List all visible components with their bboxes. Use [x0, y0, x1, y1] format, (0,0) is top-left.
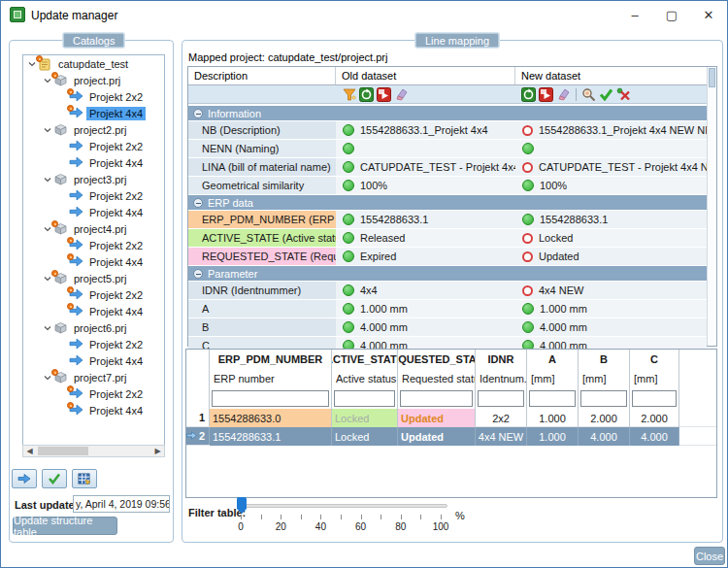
status-green-icon: [343, 303, 354, 315]
column-header[interactable]: C: [630, 350, 679, 369]
tree-item[interactable]: Projekt 2x2: [23, 336, 164, 352]
scroll-left-icon[interactable]: ◀: [23, 447, 36, 455]
minimize-button[interactable]: –: [616, 1, 653, 28]
tree-item[interactable]: Projekt 4x4: [23, 105, 164, 121]
mapping-row[interactable]: LINA (bill of material name)CATUPDATE_TE…: [188, 158, 716, 176]
arrow-icon: [69, 189, 83, 203]
collapse-icon[interactable]: [193, 198, 203, 208]
tree-item[interactable]: Projekt 4x4: [23, 204, 164, 220]
project-icon: [53, 321, 68, 335]
status-red-icon: [522, 125, 533, 136]
accept-icon[interactable]: [599, 87, 613, 102]
tree-item[interactable]: Projekt 2x2: [23, 88, 164, 105]
column-header-new-dataset[interactable]: New dataset: [515, 67, 707, 84]
section-header[interactable]: ERP data: [188, 195, 716, 210]
tree-item[interactable]: Projekt 2x2: [23, 286, 164, 303]
column-filter-input[interactable]: [632, 390, 677, 407]
mapping-row[interactable]: NB (Description)1554288633.1_Projekt 4x4…: [188, 121, 716, 139]
eraser-icon[interactable]: [556, 87, 571, 102]
update-badge-icon: [51, 369, 58, 376]
chevron-down-icon[interactable]: [42, 324, 53, 332]
tree-item[interactable]: Projekt 2x2: [23, 138, 164, 154]
table-edit-icon: [78, 472, 92, 486]
mapping-row[interactable]: ERP_PDM_NUMBER (ERP number)1554288633.11…: [188, 211, 716, 228]
mapping-row[interactable]: ACTIVE_STATE (Active status)ReleasedLock…: [188, 229, 716, 247]
filter-icon[interactable]: [342, 87, 356, 102]
table-cell: 2.000: [630, 409, 679, 427]
new-value-cell: 1.000 mm: [515, 300, 707, 317]
structure-table-button[interactable]: [72, 469, 97, 488]
column-header[interactable]: ERP_PDM_NUMBER: [210, 350, 332, 369]
mapping-vertical-scrollbar[interactable]: [707, 67, 716, 346]
tree-item[interactable]: catupdate_test: [23, 55, 164, 72]
close-button[interactable]: Close: [694, 547, 725, 565]
mapping-row[interactable]: REQUESTED_STATE (Requested s...ExpiredUp…: [188, 248, 716, 265]
column-header-old-dataset[interactable]: Old dataset: [336, 67, 515, 84]
catalog-tree[interactable]: catupdate_testproject.prjProjekt 2x2Proj…: [22, 54, 165, 456]
mapping-row[interactable]: A1.000 mm1.000 mm: [188, 300, 716, 317]
tree-horizontal-scrollbar[interactable]: ◀ ▶: [22, 445, 165, 457]
column-header[interactable]: IDNR: [476, 350, 527, 369]
column-filter-input[interactable]: [478, 390, 524, 407]
chevron-down-icon[interactable]: [42, 176, 53, 184]
column-filter-input[interactable]: [580, 390, 627, 407]
tree-item[interactable]: Projekt 4x4: [23, 402, 164, 418]
table-row[interactable]: 11554288633.0LockedUpdated2x21.0002.0002…: [186, 409, 716, 427]
column-header[interactable]: REQUESTED_STATE: [398, 350, 476, 369]
tree-item[interactable]: Projekt 4x4: [23, 253, 164, 270]
mapping-row[interactable]: B4.000 mm4.000 mm: [188, 318, 716, 336]
map-line-button[interactable]: [12, 469, 37, 488]
new-value-cell: Updated: [515, 248, 707, 265]
column-header[interactable]: B: [579, 350, 630, 369]
filter-slider-track[interactable]: [240, 504, 447, 508]
tree-item[interactable]: project4.prj: [23, 220, 164, 237]
scroll-right-icon[interactable]: ▶: [151, 447, 164, 455]
tree-item[interactable]: project7.prj: [23, 369, 164, 385]
tree-item[interactable]: Projekt 2x2: [23, 237, 164, 253]
column-header[interactable]: ACTIVE_STATE: [332, 350, 398, 369]
column-header[interactable]: A: [527, 350, 579, 369]
scrollbar-thumb[interactable]: [709, 68, 715, 87]
tree-item[interactable]: Projekt 4x4: [23, 352, 164, 369]
refresh-icon[interactable]: [359, 87, 374, 102]
tree-item[interactable]: Projekt 4x4: [23, 303, 164, 319]
section-header[interactable]: Information: [188, 106, 716, 120]
mapping-row[interactable]: IDNR (Identnummer)4x44x4 NEW: [188, 282, 716, 299]
tree-item[interactable]: Projekt 2x2: [23, 385, 164, 402]
tree-item[interactable]: project6.prj: [23, 319, 164, 336]
column-filter-input[interactable]: [212, 390, 329, 407]
collapse-icon[interactable]: [193, 109, 203, 118]
tree-item[interactable]: Projekt 2x2: [23, 187, 164, 204]
column-header-description[interactable]: Description: [188, 67, 336, 84]
scrollbar-thumb[interactable]: [38, 447, 88, 455]
export-icon[interactable]: [377, 87, 391, 102]
close-window-button[interactable]: ✕: [690, 1, 727, 28]
refresh-icon[interactable]: [521, 87, 536, 102]
tree-item[interactable]: Projekt 4x4: [23, 154, 164, 171]
reject-icon[interactable]: [616, 87, 631, 102]
mapping-row[interactable]: Geometrical similarity100%100%: [188, 177, 716, 194]
collapse-icon[interactable]: [193, 269, 203, 279]
arrow-icon: [69, 239, 83, 252]
section-header[interactable]: Parameter: [188, 266, 716, 281]
tree-item[interactable]: project5.prj: [23, 270, 164, 286]
table-row[interactable]: 21554288633.1LockedUpdated4x4 NEW1.0004.…: [186, 427, 716, 446]
chevron-down-icon[interactable]: [42, 126, 53, 134]
mapping-row[interactable]: NENN (Naming): [188, 140, 716, 157]
column-filter-input[interactable]: [400, 390, 473, 407]
column-filter-input[interactable]: [334, 390, 395, 407]
apply-mapping-button[interactable]: [42, 469, 67, 488]
export-icon[interactable]: [539, 87, 553, 102]
eraser-icon[interactable]: [394, 87, 409, 102]
update-structure-table-button[interactable]: Update structure table: [13, 517, 117, 535]
last-update-field[interactable]: y, April 4, 2019 09:56:40: [73, 495, 170, 513]
new-value-cell: CATUPDATE_TEST - Projekt 4x4 NEW NEW: [515, 158, 707, 176]
section-label: Information: [208, 108, 261, 119]
column-filter-input[interactable]: [529, 390, 576, 407]
tree-item[interactable]: project.prj: [23, 72, 164, 88]
tree-item[interactable]: project3.prj: [23, 171, 164, 187]
maximize-button[interactable]: ▢: [653, 1, 690, 28]
tree-item[interactable]: project2.prj: [23, 121, 164, 138]
status-green-icon: [343, 124, 354, 136]
magnifier-icon[interactable]: [581, 87, 596, 102]
